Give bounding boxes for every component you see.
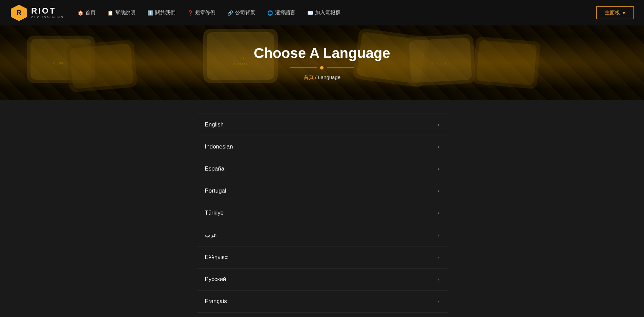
nav-language-label: 選擇語言 [275, 9, 295, 16]
hero-divider [254, 66, 390, 70]
language-name-indonesian: Indonesian [205, 143, 233, 150]
divider-line-right [327, 67, 354, 68]
nav-links: 🏠 首頁 📋 幫助說明 ℹ️ 關於我們 ❓ 規章條例 🔗 公司背景 🌐 選擇 [78, 9, 340, 16]
nav-company[interactable]: 🔗 公司背景 [227, 9, 255, 16]
divider-line-left [290, 67, 317, 68]
svg-text:0.00007: 0.00007 [53, 61, 69, 65]
language-item-english[interactable]: English› [197, 114, 448, 136]
nav-home-label: 首頁 [85, 9, 96, 16]
language-item-turkiye[interactable]: Türkiye› [197, 202, 448, 224]
language-name-french: Français [205, 298, 227, 305]
logo[interactable]: R RIOT CLOUDMINING [10, 4, 64, 22]
chevron-right-icon-arabic: › [437, 232, 439, 238]
nav-language[interactable]: 🌐 選擇語言 [267, 9, 295, 16]
nav-help-label: 幫助說明 [115, 9, 136, 16]
nav-help[interactable]: 📋 幫助說明 [107, 9, 136, 16]
language-name-english: English [205, 121, 224, 128]
newsletter-icon: ✉️ [307, 10, 313, 16]
nav-home[interactable]: 🏠 首頁 [78, 9, 96, 16]
language-item-espana[interactable]: España› [197, 158, 448, 180]
chevron-right-icon-english: › [437, 122, 439, 128]
home-icon: 🏠 [78, 10, 83, 16]
chevron-right-icon-portugal: › [437, 188, 439, 194]
divider-dot [320, 66, 324, 70]
svg-text:GLOBAL: GLOBAL [234, 56, 247, 60]
logo-icon: R [10, 4, 28, 22]
language-list: English›Indonesian›España›Portugal›Türki… [197, 114, 448, 313]
language-item-portugal[interactable]: Portugal› [197, 180, 448, 202]
nav-newsletter[interactable]: ✉️ 加入電報群 [307, 9, 340, 16]
rules-icon: ❓ [187, 10, 193, 16]
language-name-greek: Ελληνικά [205, 254, 228, 261]
help-icon: 📋 [107, 10, 113, 16]
breadcrumb-current: Language [318, 74, 340, 80]
nav-about[interactable]: ℹ️ 關於我們 [147, 9, 175, 16]
dashboard-arrow-icon: ▾ [623, 10, 625, 16]
svg-text:0.000015: 0.000015 [432, 61, 449, 65]
chevron-right-icon-espana: › [437, 166, 439, 172]
chevron-right-icon-french: › [437, 298, 439, 304]
hero-content: Choose A Language 首頁 / Language [254, 45, 390, 81]
logo-title: RIOT [31, 7, 64, 15]
chevron-right-icon-indonesian: › [437, 144, 439, 150]
language-item-russian[interactable]: Русский› [197, 269, 448, 291]
hero-title: Choose A Language [254, 45, 390, 61]
language-name-arabic: عرب [205, 232, 217, 239]
about-icon: ℹ️ [147, 10, 153, 16]
navbar: R RIOT CLOUDMINING 🏠 首頁 📋 幫助說明 ℹ️ 關於我們 ❓ [0, 0, 644, 25]
navbar-left: R RIOT CLOUDMINING 🏠 首頁 📋 幫助說明 ℹ️ 關於我們 ❓ [10, 4, 340, 22]
hero-section: 0.00007 GLOBAL 0.00000 0.000015 Choose A… [0, 25, 644, 100]
language-item-indonesian[interactable]: Indonesian› [197, 136, 448, 158]
language-item-arabic[interactable]: عرب› [197, 224, 448, 246]
nav-company-label: 公司背景 [235, 9, 255, 16]
nav-newsletter-label: 加入電報群 [315, 9, 340, 16]
nav-rules-label: 規章條例 [195, 9, 215, 16]
nav-rules[interactable]: ❓ 規章條例 [187, 9, 215, 16]
language-name-espana: España [205, 165, 225, 172]
language-item-greek[interactable]: Ελληνικά› [197, 246, 448, 269]
svg-rect-6 [69, 43, 134, 89]
breadcrumb: 首頁 / Language [254, 74, 390, 81]
chevron-right-icon-greek: › [437, 254, 439, 260]
language-name-russian: Русский [205, 276, 226, 283]
dashboard-button-label: 主面板 [605, 9, 620, 16]
dashboard-button[interactable]: 主面板 ▾ [596, 6, 634, 19]
svg-rect-14 [409, 37, 472, 83]
svg-rect-17 [476, 40, 537, 85]
language-name-portugal: Portugal [205, 187, 226, 194]
logo-subtitle: CLOUDMINING [31, 16, 64, 19]
svg-text:0.00000: 0.00000 [233, 63, 248, 67]
svg-text:R: R [17, 9, 22, 16]
logo-text: RIOT CLOUDMINING [31, 7, 64, 19]
main-content: English›Indonesian›España›Portugal›Türki… [0, 100, 644, 317]
language-item-french[interactable]: Français› [197, 291, 448, 313]
chevron-right-icon-russian: › [437, 276, 439, 282]
nav-about-label: 關於我們 [155, 9, 175, 16]
navbar-right: 主面板 ▾ [596, 6, 634, 19]
language-icon: 🌐 [267, 10, 273, 16]
language-name-turkiye: Türkiye [205, 210, 224, 216]
chevron-right-icon-turkiye: › [437, 210, 439, 216]
company-icon: 🔗 [227, 10, 233, 16]
breadcrumb-home[interactable]: 首頁 [304, 74, 314, 80]
